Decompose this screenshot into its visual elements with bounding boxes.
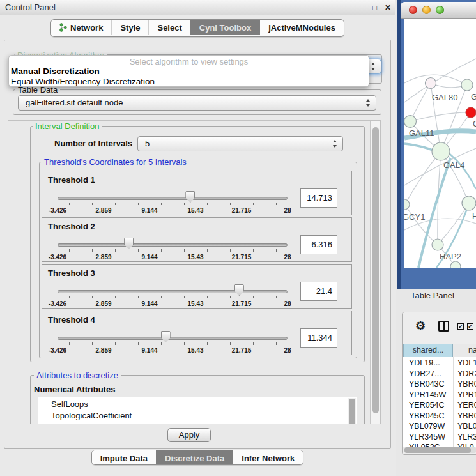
bottom-tab-discretize-data[interactable]: Discretize Data	[156, 450, 233, 465]
tick-label: 15.43	[187, 254, 203, 261]
tick-mark	[115, 203, 116, 205]
minimize-traffic-light-icon[interactable]	[422, 6, 431, 14]
slider-track[interactable]	[58, 337, 288, 340]
tick-mark	[184, 203, 185, 205]
tab-label: Discretize Data	[165, 454, 224, 463]
slider-track[interactable]	[58, 197, 288, 200]
node[interactable]	[462, 196, 476, 210]
node-gcy1[interactable]	[404, 199, 410, 210]
zoom-traffic-light-icon[interactable]	[436, 6, 444, 14]
threshold-value-field[interactable]: 14.713	[300, 188, 337, 208]
tick-mark	[207, 342, 208, 345]
slider-track[interactable]	[58, 243, 288, 247]
tick-label: -3.426	[49, 254, 66, 261]
close-traffic-light-icon[interactable]	[409, 6, 417, 14]
num-intervals-select[interactable]: 5	[137, 136, 343, 151]
apply-button[interactable]: Apply	[167, 428, 211, 442]
table-row[interactable]: YDR27...YDR2	[403, 369, 476, 380]
table-panel-title: Table Panel	[411, 291, 454, 300]
table-row[interactable]: YBR043CYBR0	[403, 380, 476, 390]
tick-mark	[276, 342, 277, 345]
node-selected-red[interactable]	[466, 107, 476, 118]
tick-mark	[150, 296, 150, 300]
tick-mark	[219, 342, 219, 345]
scrollbar-thumb[interactable]	[372, 127, 379, 413]
tick-mark	[161, 296, 162, 298]
close-icon[interactable]: ✕	[385, 3, 391, 12]
settings-vertical-scrollbar[interactable]	[370, 121, 380, 424]
slider-thumb[interactable]	[185, 191, 195, 203]
slider-thumb[interactable]	[161, 331, 171, 342]
table-row[interactable]: YIL053CYIL0	[403, 443, 476, 447]
network-canvas[interactable]: GAL80GACGAL11GAL4GCY1HHAP2	[404, 19, 476, 268]
tick-mark	[104, 296, 104, 300]
tick-label: -3.426	[49, 300, 66, 307]
attribute-item-selfloops[interactable]: SelfLoops	[51, 399, 88, 409]
table-row[interactable]: YBL079WYBL0	[403, 422, 476, 433]
table-toolbar: ⚙ ✓ ✓	[403, 318, 476, 335]
threshold-value-field[interactable]: 6.316	[300, 235, 337, 254]
cell-name: YBR0	[457, 411, 476, 420]
tick-mark	[242, 203, 242, 207]
slider-thumb[interactable]	[234, 284, 244, 296]
tick-mark	[276, 203, 277, 205]
slider-thumb[interactable]	[124, 238, 134, 249]
tab-jactivemnodules[interactable]: jActiveMNodules	[259, 20, 344, 35]
network-tab-icon	[59, 23, 67, 32]
tick-label: 9.144	[141, 300, 157, 307]
threshold-label: Threshold 2	[48, 222, 95, 231]
column-header-shared[interactable]: shared...	[403, 344, 453, 357]
threshold-panel-3: Threshold 3-3.4262.8599.14415.4321.71528…	[42, 264, 352, 309]
tick-mark	[161, 249, 162, 252]
threshold-value-field[interactable]: 11.344	[300, 328, 337, 348]
tick-mark	[127, 296, 127, 298]
tick-mark	[253, 296, 254, 298]
attribute-item-topologicalcoefficient[interactable]: TopologicalCoefficient	[51, 411, 132, 420]
table-row[interactable]: YLR345WYLR3	[403, 433, 476, 443]
node-hap2[interactable]	[432, 239, 443, 250]
scrollbar-thumb[interactable]	[404, 447, 471, 453]
node-gal4[interactable]	[432, 142, 450, 160]
table-row[interactable]: YBR045CYBR0	[403, 411, 476, 422]
tick-mark	[219, 296, 219, 298]
checkbox-icon[interactable]: ✓	[467, 323, 473, 330]
table-row[interactable]: YDL19...YDL1	[403, 358, 476, 369]
network-view-window: GAL80GACGAL11GAL4GCY1HHAP2	[397, 0, 476, 289]
cell-shared-name: YPR145W	[409, 390, 446, 399]
table-row[interactable]: YPR145WYPR1	[403, 390, 476, 401]
table-data-select[interactable]: galFiltered.sif default node	[18, 95, 376, 111]
node-label-hap2: HAP2	[440, 252, 461, 261]
column-header-name[interactable]: na	[453, 344, 476, 357]
tab-cyni-toolbox[interactable]: Cyni Toolbox	[190, 20, 259, 35]
cell-name: YBL0	[457, 422, 476, 431]
table-row[interactable]: YER054CYER0	[403, 401, 476, 411]
algorithm-option-manual-discretization[interactable]: Manual Discretization	[11, 66, 364, 77]
scrollbar-thumb[interactable]	[349, 399, 355, 424]
bottom-tab-infer-network[interactable]: Infer Network	[233, 450, 303, 465]
tick-mark	[161, 342, 162, 345]
tab-label: Select	[157, 23, 181, 33]
node[interactable]	[450, 261, 461, 268]
checkbox-icon[interactable]: ✓	[457, 323, 464, 330]
tab-select[interactable]: Select	[148, 20, 190, 35]
node-gal80[interactable]	[426, 78, 436, 89]
tab-style[interactable]: Style	[111, 20, 148, 35]
numerical-attributes-list[interactable]: SelfLoopsTopologicalCoefficientBetweenne…	[38, 397, 357, 424]
algorithm-option-equal-width-frequency-discretization[interactable]: Equal Width/Frequency Discretization	[11, 77, 364, 87]
tab-network[interactable]: Network	[51, 20, 111, 35]
table-horizontal-scrollbar[interactable]	[404, 447, 476, 453]
table-data-value: galFiltered.sif default node	[26, 96, 123, 110]
threshold-value-field[interactable]: 21.4	[300, 282, 337, 301]
network-nodes[interactable]	[404, 78, 476, 268]
columns-icon[interactable]	[438, 321, 449, 332]
bottom-tab-impute-data[interactable]: Impute Data	[92, 450, 156, 465]
node-gal11[interactable]	[404, 116, 417, 128]
node-label-h: H	[472, 211, 476, 221]
gear-icon[interactable]: ⚙	[415, 319, 426, 333]
slider-track[interactable]	[58, 290, 288, 293]
attributes-list-scrollbar[interactable]	[348, 398, 356, 424]
float-icon[interactable]: □	[372, 3, 377, 12]
window-edge	[397, 0, 401, 289]
attribute-item-betweennesscentrality[interactable]: BetweennessCentrality	[51, 422, 136, 424]
node[interactable]	[461, 79, 473, 91]
